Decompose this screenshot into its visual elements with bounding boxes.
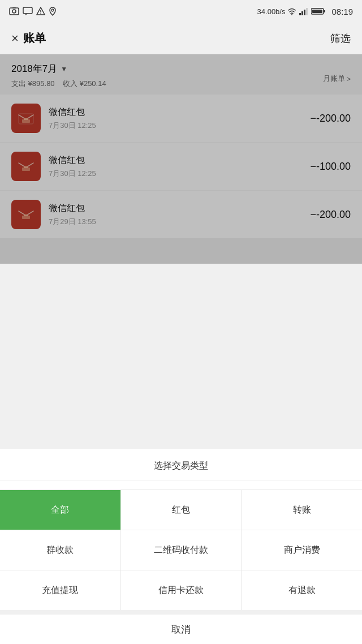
dim-overlay: [0, 54, 362, 264]
status-bar: 34.00b/s 08:19: [0, 0, 362, 23]
svg-rect-2: [12, 7, 16, 8]
signal-icon: [299, 7, 309, 15]
svg-rect-14: [312, 10, 322, 13]
filter-option-2[interactable]: 转账: [242, 490, 362, 530]
svg-point-1: [12, 10, 16, 13]
status-icons: [9, 7, 57, 16]
svg-point-6: [51, 9, 54, 11]
chat-icon: [23, 7, 33, 16]
svg-rect-13: [324, 10, 325, 12]
filter-sheet: 选择交易类型 全部红包转账群收款二维码收付款商户消费充值提现信用卡还款有退款 取…: [0, 449, 362, 644]
filter-option-0[interactable]: 全部: [0, 490, 120, 530]
page-title: 账单: [23, 31, 46, 46]
filter-grid: 全部红包转账群收款二维码收付款商户消费充值提现信用卡还款有退款: [0, 490, 362, 610]
cancel-button[interactable]: 取消: [0, 610, 362, 644]
sheet-title: 选择交易类型: [0, 449, 362, 480]
filter-option-5[interactable]: 商户消费: [242, 530, 362, 570]
battery-icon: [311, 7, 326, 15]
status-time: 08:19: [331, 7, 353, 16]
svg-point-5: [40, 13, 41, 14]
filter-button[interactable]: 筛选: [330, 32, 351, 45]
filter-option-4[interactable]: 二维码收付款: [121, 530, 242, 570]
filter-option-6[interactable]: 充值提现: [0, 570, 120, 610]
svg-rect-3: [23, 7, 32, 14]
page-header: × 账单 筛选: [0, 23, 362, 54]
close-button[interactable]: ×: [11, 31, 19, 46]
filter-option-7[interactable]: 信用卡还款: [121, 570, 242, 610]
svg-rect-8: [299, 13, 301, 15]
location-icon: [49, 7, 57, 16]
warning-icon: [36, 7, 45, 16]
svg-rect-11: [306, 8, 308, 15]
network-speed: 34.00b/s: [257, 7, 286, 16]
wifi-icon: [287, 7, 296, 15]
svg-rect-10: [304, 10, 305, 15]
filter-option-1[interactable]: 红包: [121, 490, 242, 530]
svg-rect-9: [301, 11, 303, 15]
status-right: 34.00b/s 08:19: [257, 7, 353, 16]
filter-option-8[interactable]: 有退款: [242, 570, 362, 610]
svg-rect-0: [10, 8, 19, 15]
header-left: × 账单: [11, 31, 46, 46]
filter-option-3[interactable]: 群收款: [0, 530, 120, 570]
photo-icon: [9, 7, 19, 16]
svg-point-7: [291, 14, 292, 15]
